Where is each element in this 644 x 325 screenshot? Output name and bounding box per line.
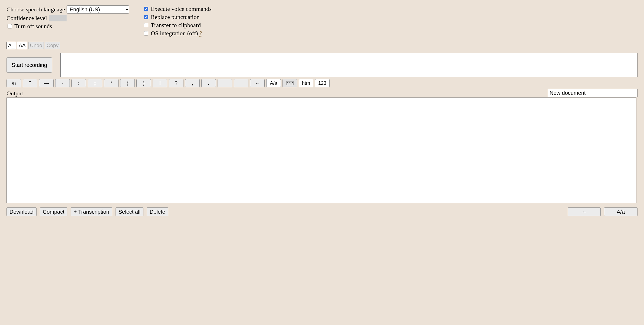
rparen-button[interactable]: )	[136, 79, 151, 87]
quote-button[interactable]: "	[23, 79, 37, 87]
mdash-button[interactable]: —	[39, 79, 54, 87]
confidence-input[interactable]	[49, 15, 67, 21]
semicolon-button[interactable]: ;	[88, 79, 102, 87]
bottom-bar: Download Compact + Transcription Select …	[6, 207, 638, 216]
punctuation-strip: \n " — - : ; * ( ) ! ? , . ← A/a htm 123	[6, 79, 638, 87]
htm-button[interactable]: htm	[299, 79, 313, 87]
backspace-button[interactable]: ←	[250, 79, 265, 87]
execute-commands-label: Execute voice commands	[151, 5, 212, 12]
replace-punctuation-label: Replace punctuation	[151, 14, 199, 21]
record-row: Start recording	[6, 53, 638, 77]
case-toggle-button[interactable]: A/a	[266, 79, 281, 87]
question-button[interactable]: ?	[169, 79, 183, 87]
blank-button-2[interactable]	[234, 79, 248, 87]
replace-punctuation-checkbox[interactable]	[144, 15, 148, 19]
os-integration-help-icon[interactable]: ?	[200, 30, 202, 37]
language-label: Choose speech language	[6, 6, 65, 13]
output-case-toggle-button[interactable]: A/a	[604, 207, 638, 216]
delete-button[interactable]: Delete	[147, 207, 168, 216]
language-select[interactable]: English (US)	[67, 5, 129, 14]
output-label: Output	[6, 90, 23, 97]
keyboard-button[interactable]	[282, 79, 297, 87]
start-recording-button[interactable]: Start recording	[6, 57, 52, 73]
turn-off-sounds-checkbox[interactable]	[8, 24, 12, 28]
copy-button[interactable]: Copy	[45, 42, 60, 49]
newline-button[interactable]: \n	[6, 79, 21, 87]
keyboard-icon	[286, 81, 294, 85]
hyphen-button[interactable]: -	[55, 79, 70, 87]
turn-off-sounds-label: Turn off sounds	[14, 23, 52, 30]
lparen-button[interactable]: (	[120, 79, 135, 87]
os-integration-label: OS integration (off)	[151, 30, 198, 37]
compact-button[interactable]: Compact	[40, 207, 67, 216]
add-transcription-button[interactable]: + Transcription	[71, 207, 112, 216]
document-title-input[interactable]	[548, 89, 638, 97]
confidence-label: Confidence level	[6, 15, 47, 22]
select-all-button[interactable]: Select all	[116, 207, 143, 216]
period-button[interactable]: .	[201, 79, 216, 87]
clipboard-label: Transfer to clipboard	[151, 22, 201, 29]
comma-button[interactable]: ,	[185, 79, 200, 87]
output-textarea[interactable]	[6, 98, 636, 203]
exclamation-button[interactable]: !	[153, 79, 167, 87]
os-integration-checkbox[interactable]	[144, 31, 148, 35]
output-header: Output	[6, 89, 638, 97]
transcription-textarea[interactable]	[60, 53, 638, 77]
font-toolbar: A_ AA Undo Copy	[6, 42, 638, 49]
font-smaller-button[interactable]: A_	[6, 42, 16, 49]
settings-right-col: Execute voice commands Replace punctuati…	[143, 5, 212, 37]
output-backspace-button[interactable]: ←	[568, 207, 601, 216]
settings-left-col: Choose speech language English (US) Conf…	[6, 5, 129, 30]
settings-area: Choose speech language English (US) Conf…	[6, 5, 638, 37]
colon-button[interactable]: :	[71, 79, 86, 87]
clipboard-checkbox[interactable]	[144, 23, 148, 27]
undo-button[interactable]: Undo	[28, 42, 44, 49]
numbers-button[interactable]: 123	[315, 79, 330, 87]
download-button[interactable]: Download	[6, 207, 37, 216]
asterisk-button[interactable]: *	[104, 79, 119, 87]
blank-button-1[interactable]	[218, 79, 232, 87]
execute-commands-checkbox[interactable]	[144, 7, 148, 11]
font-larger-button[interactable]: AA	[17, 42, 27, 49]
